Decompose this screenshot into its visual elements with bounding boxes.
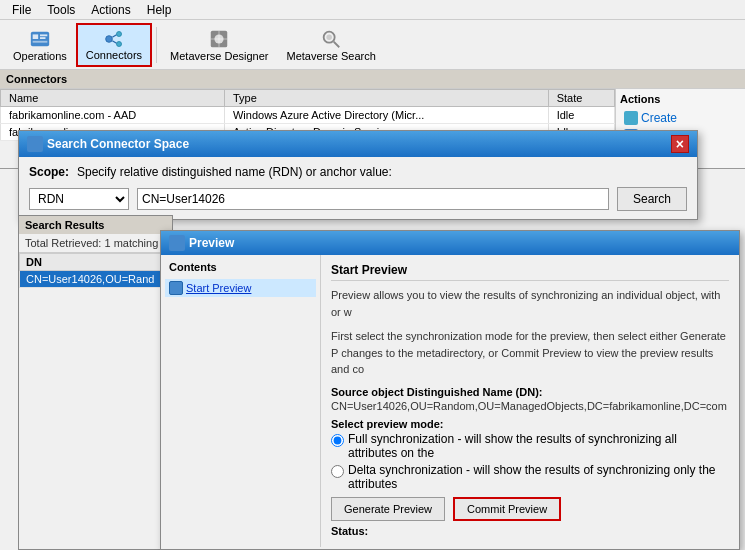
results-total: Total Retrieved: 1 matching [19, 234, 172, 253]
metaverse-search-label: Metaverse Search [287, 50, 376, 62]
search-dialog-title: Search Connector Space [47, 137, 189, 151]
create-label: Create [641, 111, 677, 125]
scope-label: Scope: [29, 165, 69, 179]
connectors-label: Connectors [86, 49, 142, 61]
preview-desc2: First select the synchronization mode fo… [331, 328, 729, 378]
status-label: Status: [331, 525, 729, 537]
operations-button[interactable]: Operations [4, 23, 76, 67]
svg-point-7 [116, 41, 121, 46]
scope-desc: Specify relative distinguished name (RDN… [77, 165, 392, 179]
svg-point-16 [327, 34, 333, 40]
commit-preview-button[interactable]: Commit Preview [453, 497, 561, 521]
preview-titlebar: Preview [161, 231, 739, 255]
scope-input-row: RDNAnchorDistinguished Name Search [29, 187, 687, 211]
radio-full-input[interactable] [331, 434, 344, 447]
preview-contents-panel: Contents Start Preview [161, 255, 321, 547]
radio-delta: Delta synchronization - will show the re… [331, 463, 729, 491]
radio-delta-input[interactable] [331, 465, 344, 478]
create-action[interactable]: Create [620, 109, 741, 127]
actions-header: Actions [620, 93, 741, 105]
radio-full-text: Full synchronization - will show the res… [348, 432, 729, 460]
menu-tools[interactable]: Tools [39, 1, 83, 19]
results-col-dn: DN [20, 254, 172, 271]
cell-type: Windows Azure Active Directory (Micr... [224, 107, 548, 124]
mode-label: Select preview mode: [331, 418, 729, 430]
result-row[interactable]: CN=User14026,OU=Rand [20, 271, 172, 288]
col-name: Name [1, 90, 225, 107]
radio-group: Full synchronization - will show the res… [331, 432, 729, 491]
search-connector-dialog: Search Connector Space × Scope: Specify … [18, 130, 698, 220]
preview-dialog: Preview Contents Start Preview Start Pre… [160, 230, 740, 550]
dn-field-value: CN=User14026,OU=Random,OU=ManagedObjects… [331, 400, 729, 412]
svg-rect-3 [40, 37, 46, 39]
preview-dialog-icon [169, 235, 185, 251]
menu-file[interactable]: File [4, 1, 39, 19]
connectors-button[interactable]: Connectors [76, 23, 152, 67]
scope-text-input[interactable] [137, 188, 609, 210]
radio-delta-text: Delta synchronization - will show the re… [348, 463, 729, 491]
search-dialog-titlebar: Search Connector Space × [19, 131, 697, 157]
connectors-section-header: Connectors [0, 70, 745, 89]
menu-help[interactable]: Help [139, 1, 180, 19]
col-type: Type [224, 90, 548, 107]
start-preview-icon [169, 281, 183, 295]
dn-field-label: Source object Distinguished Name (DN): [331, 386, 729, 398]
svg-line-15 [334, 41, 340, 47]
preview-body: Contents Start Preview Start Preview Pre… [161, 255, 739, 547]
svg-rect-4 [33, 40, 48, 42]
scope-row: Scope: Specify relative distinguished na… [29, 165, 687, 179]
generate-preview-button[interactable]: Generate Preview [331, 497, 445, 521]
col-state: State [548, 90, 614, 107]
radio-delta-label: Delta synchronization [348, 463, 463, 477]
operations-label: Operations [13, 50, 67, 62]
start-preview-label: Start Preview [186, 282, 251, 294]
cell-name: fabrikamonline.com - AAD [1, 107, 225, 124]
svg-rect-2 [40, 34, 47, 36]
preview-contents-header: Contents [165, 259, 316, 275]
preview-title: Preview [189, 236, 234, 250]
connectors-icon [102, 29, 126, 49]
result-dn: CN=User14026,OU=Rand [20, 271, 172, 288]
search-button[interactable]: Search [617, 187, 687, 211]
menu-bar: File Tools Actions Help [0, 0, 745, 20]
toolbar: Operations Connectors Metaverse Designer… [0, 20, 745, 70]
menu-actions[interactable]: Actions [83, 1, 138, 19]
metaverse-search-icon [319, 28, 343, 50]
metaverse-designer-label: Metaverse Designer [170, 50, 268, 62]
scope-dropdown[interactable]: RDNAnchorDistinguished Name [29, 188, 129, 210]
search-dialog-icon [27, 136, 43, 152]
svg-line-9 [112, 40, 116, 43]
search-dialog-body: Scope: Specify relative distinguished na… [19, 157, 697, 219]
operations-icon [28, 28, 52, 50]
search-dialog-close[interactable]: × [671, 135, 689, 153]
preview-right-panel: Start Preview Preview allows you to view… [321, 255, 739, 547]
radio-full-label: Full synchronization [348, 432, 454, 446]
radio-full: Full synchronization - will show the res… [331, 432, 729, 460]
metaverse-designer-icon [207, 28, 231, 50]
toolbar-separator [156, 27, 157, 63]
table-row[interactable]: fabrikamonline.com - AAD Windows Azure A… [1, 107, 615, 124]
cell-state: Idle [548, 107, 614, 124]
start-preview-item[interactable]: Start Preview [165, 279, 316, 297]
search-results-panel: Search Results Total Retrieved: 1 matchi… [18, 215, 173, 550]
preview-section-title: Start Preview [331, 263, 729, 281]
preview-desc1: Preview allows you to view the results o… [331, 287, 729, 320]
svg-line-8 [112, 34, 116, 37]
svg-point-5 [106, 35, 113, 42]
metaverse-search-button[interactable]: Metaverse Search [278, 23, 385, 67]
create-icon [624, 111, 638, 125]
svg-point-6 [116, 31, 121, 36]
preview-buttons: Generate Preview Commit Preview [331, 497, 729, 521]
metaverse-designer-button[interactable]: Metaverse Designer [161, 23, 277, 67]
svg-rect-1 [33, 34, 39, 39]
results-header: Search Results [19, 216, 172, 234]
